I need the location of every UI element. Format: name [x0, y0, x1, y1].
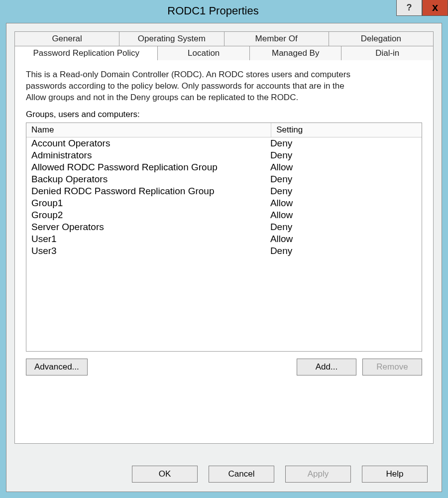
- row-name: User1: [31, 234, 270, 245]
- table-row[interactable]: AdministratorsDeny: [26, 149, 422, 161]
- tab-row-2: Password Replication Policy Location Man…: [14, 46, 434, 60]
- titlebar: RODC1 Properties ? x: [0, 0, 448, 22]
- list-header: Name Setting: [26, 123, 422, 137]
- row-name: Group2: [31, 210, 270, 221]
- table-row[interactable]: Backup OperatorsDeny: [26, 173, 422, 185]
- tab-member-of[interactable]: Member Of: [224, 31, 329, 46]
- tab-operating-system[interactable]: Operating System: [119, 31, 224, 46]
- title-buttons: ? x: [396, 0, 448, 22]
- tab-dial-in[interactable]: Dial-in: [341, 46, 434, 60]
- tab-delegation[interactable]: Delegation: [329, 31, 434, 46]
- help-button[interactable]: Help: [362, 466, 428, 483]
- policy-list[interactable]: Name Setting Account OperatorsDenyAdmini…: [26, 123, 422, 352]
- help-icon[interactable]: ?: [396, 0, 422, 16]
- row-setting: Allow: [270, 162, 417, 173]
- window: RODC1 Properties ? x General Operating S…: [0, 0, 448, 498]
- window-title: RODC1 Properties: [0, 4, 396, 17]
- row-setting: Allow: [270, 198, 417, 209]
- list-label: Groups, users and computers:: [26, 110, 422, 120]
- row-name: Denied RODC Password Replication Group: [31, 186, 270, 197]
- close-icon[interactable]: x: [422, 0, 448, 16]
- list-buttons: Advanced... Add... Remove: [26, 359, 422, 375]
- row-name: Administrators: [31, 150, 270, 161]
- apply-button: Apply: [285, 466, 351, 483]
- row-name: Allowed RODC Password Replication Group: [31, 162, 270, 173]
- tab-location[interactable]: Location: [157, 46, 250, 60]
- table-row[interactable]: Group1Allow: [26, 197, 422, 209]
- row-name: User3: [31, 246, 270, 256]
- row-setting: Deny: [270, 186, 417, 197]
- policy-description: This is a Read-only Domain Controller (R…: [26, 69, 364, 104]
- tabstrip: General Operating System Member Of Deleg…: [14, 31, 434, 60]
- table-row[interactable]: Account OperatorsDeny: [26, 137, 422, 149]
- table-row[interactable]: Group2Allow: [26, 209, 422, 221]
- cancel-button[interactable]: Cancel: [209, 466, 274, 483]
- table-row[interactable]: Server OperatorsDeny: [26, 221, 422, 233]
- row-setting: Deny: [270, 246, 417, 256]
- row-name: Account Operators: [31, 138, 270, 149]
- row-setting: Deny: [270, 174, 417, 185]
- row-setting: Deny: [270, 150, 417, 161]
- tab-password-replication-policy[interactable]: Password Replication Policy: [14, 46, 158, 60]
- row-name: Group1: [31, 198, 270, 209]
- tab-general[interactable]: General: [14, 31, 119, 46]
- table-row[interactable]: User1Allow: [26, 233, 422, 245]
- table-row[interactable]: User3Deny: [26, 245, 422, 257]
- table-row[interactable]: Allowed RODC Password Replication GroupA…: [26, 161, 422, 173]
- list-body: Account OperatorsDenyAdministratorsDenyA…: [26, 137, 422, 257]
- dialog-client: General Operating System Member Of Deleg…: [6, 23, 442, 492]
- dialog-footer: OK Cancel Apply Help: [6, 466, 442, 483]
- ok-button[interactable]: OK: [132, 466, 198, 483]
- row-name: Backup Operators: [31, 174, 270, 185]
- remove-button: Remove: [362, 359, 422, 375]
- tab-row-1: General Operating System Member Of Deleg…: [14, 31, 434, 46]
- row-setting: Deny: [270, 138, 417, 149]
- advanced-button[interactable]: Advanced...: [26, 359, 88, 375]
- row-setting: Allow: [270, 210, 417, 221]
- add-button[interactable]: Add...: [297, 359, 356, 375]
- table-row[interactable]: Denied RODC Password Replication GroupDe…: [26, 185, 422, 197]
- tab-managed-by[interactable]: Managed By: [249, 46, 342, 60]
- column-name[interactable]: Name: [26, 123, 271, 137]
- tab-body: This is a Read-only Domain Controller (R…: [14, 60, 434, 444]
- column-setting[interactable]: Setting: [271, 123, 422, 137]
- row-name: Server Operators: [31, 222, 270, 233]
- row-setting: Allow: [270, 234, 417, 245]
- row-setting: Deny: [270, 222, 417, 233]
